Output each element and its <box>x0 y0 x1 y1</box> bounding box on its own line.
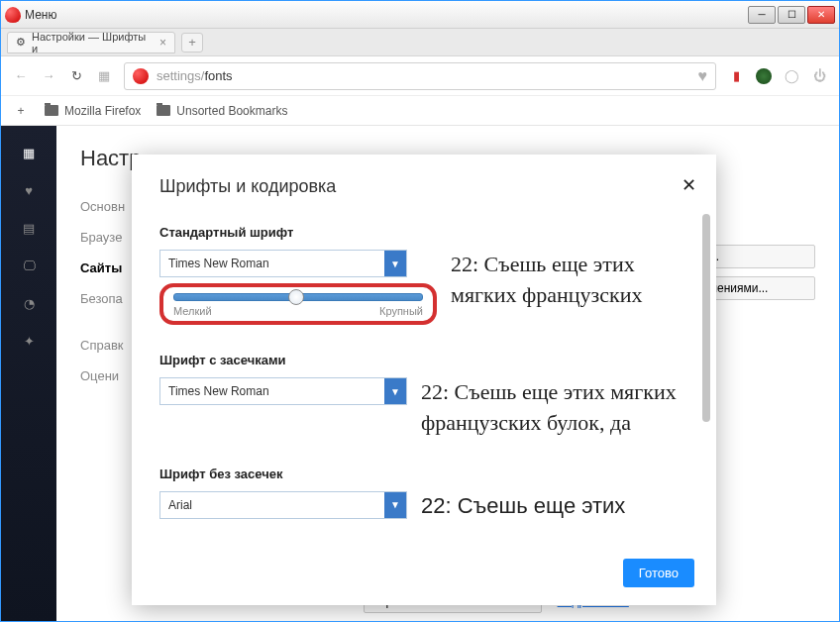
slider-min-label: Мелкий <box>173 305 212 317</box>
bookmarks-bar: + Mozilla Firefox Unsorted Bookmarks <box>1 96 839 126</box>
opera-o-icon <box>133 68 149 84</box>
maximize-button[interactable]: ☐ <box>778 6 805 24</box>
select-value: Arial <box>168 498 192 512</box>
bookmark-label: Unsorted Bookmarks <box>176 104 287 118</box>
power-icon[interactable]: ⏻ <box>811 68 827 84</box>
close-button[interactable]: ✕ <box>807 6 835 24</box>
sans-font-preview: 22: Съешь еще этих <box>421 491 688 522</box>
globe-icon[interactable] <box>756 68 772 84</box>
bookmark-heart-icon[interactable]: ♥ <box>698 67 708 85</box>
tab-settings[interactable]: ⚙ Настройки — Шрифты и × <box>7 32 175 53</box>
folder-icon <box>45 105 58 116</box>
speed-dial-icon[interactable]: ▦ <box>96 68 112 83</box>
address-bar: ← → ↻ ▦ settings/fonts ♥ ▮ ◯ ⏻ <box>1 56 839 96</box>
fonts-encoding-dialog: Шрифты и кодировка ✕ Стандартный шрифт T… <box>132 155 716 605</box>
chevron-down-icon: ▼ <box>384 378 406 404</box>
display-icon[interactable]: 🖵 <box>20 257 38 274</box>
dialog-title: Шрифты и кодировка <box>159 176 688 197</box>
slider-thumb[interactable] <box>288 289 304 305</box>
bookmark-label: Mozilla Firefox <box>64 104 141 118</box>
add-bookmark-button[interactable]: + <box>13 103 29 119</box>
slider-max-label: Крупный <box>379 305 423 317</box>
gear-icon: ⚙ <box>16 36 26 49</box>
history-icon[interactable]: ◔ <box>20 294 38 312</box>
scrollbar[interactable] <box>702 214 710 422</box>
serif-font-select[interactable]: Times New Roman ▼ <box>159 377 407 405</box>
heart-icon[interactable]: ♥ <box>20 181 38 199</box>
forward-button[interactable]: → <box>41 68 56 83</box>
font-size-slider[interactable] <box>173 293 423 301</box>
done-button[interactable]: Готово <box>623 559 694 587</box>
serif-font-label: Шрифт с засечками <box>159 353 688 367</box>
bookmark-folder-unsorted[interactable]: Unsorted Bookmarks <box>157 104 287 118</box>
select-value: Times New Roman <box>168 384 269 398</box>
grid-icon[interactable]: ▦ <box>20 144 38 161</box>
tab-close-icon[interactable]: × <box>159 36 166 50</box>
sidebar-toggle-icon[interactable]: ▮ <box>728 68 744 84</box>
reload-button[interactable]: ↻ <box>68 68 84 83</box>
new-tab-button[interactable]: + <box>181 33 203 52</box>
sans-font-select[interactable]: Arial ▼ <box>159 491 407 519</box>
extensions-icon[interactable]: ✦ <box>20 332 38 350</box>
serif-font-preview: 22: Съешь еще этих мягких французских бу… <box>421 377 688 439</box>
sans-font-label: Шрифт без засечек <box>159 466 688 481</box>
font-size-slider-highlight: Мелкий Крупный <box>159 283 437 325</box>
tab-bar: ⚙ Настройки — Шрифты и × + <box>1 29 839 56</box>
standard-font-label: Стандартный шрифт <box>159 225 688 240</box>
folder-icon <box>157 105 170 116</box>
standard-font-preview: 22: Съешь еще этих мягких французских бу… <box>451 250 688 311</box>
shield-icon[interactable]: ◯ <box>784 68 799 84</box>
minimize-button[interactable]: ─ <box>748 6 776 24</box>
opera-logo-icon <box>5 7 21 23</box>
bookmark-folder-firefox[interactable]: Mozilla Firefox <box>45 104 141 118</box>
news-icon[interactable]: ▤ <box>20 219 38 237</box>
back-button[interactable]: ← <box>13 68 29 83</box>
tab-title: Настройки — Шрифты и <box>32 31 154 54</box>
url-text: settings/fonts <box>157 68 233 83</box>
select-value: Times New Roman <box>168 257 269 270</box>
window-titlebar: Меню ─ ☐ ✕ <box>1 1 839 29</box>
url-input[interactable]: settings/fonts ♥ <box>124 62 716 90</box>
menu-button[interactable]: Меню <box>25 8 56 22</box>
chevron-down-icon: ▼ <box>384 251 406 276</box>
left-sidebar: ▦ ♥ ▤ 🖵 ◔ ✦ <box>1 126 56 621</box>
standard-font-select[interactable]: Times New Roman ▼ <box>159 250 407 277</box>
chevron-down-icon: ▼ <box>384 492 406 518</box>
dialog-close-button[interactable]: ✕ <box>682 174 696 196</box>
